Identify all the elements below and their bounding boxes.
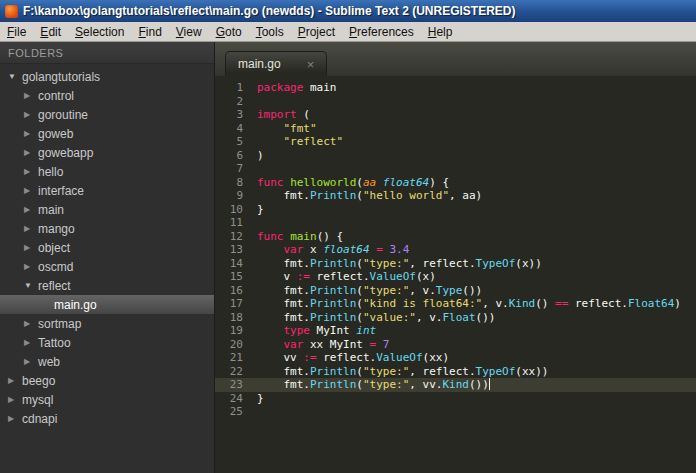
tree-folder-tattoo[interactable]: ▶Tattoo	[0, 333, 214, 352]
chevron-down-icon[interactable]: ▼	[24, 281, 38, 290]
code-line-20[interactable]: 20 var xx MyInt = 7	[215, 338, 696, 352]
window-title: F:\kanbox\golangtutorials\reflect\main.g…	[23, 4, 516, 18]
tree-item-label: goweb	[38, 127, 73, 141]
line-content: fmt.Println("kind is float64:", v.Kind()…	[257, 297, 681, 311]
code-line-8[interactable]: 8func helloworld(aa float64) {	[215, 176, 696, 190]
code-line-9[interactable]: 9 fmt.Println("hello world", aa)	[215, 189, 696, 203]
tree-folder-web[interactable]: ▶web	[0, 352, 214, 371]
code-area[interactable]: 1package main23import (4 "fmt"5 "reflect…	[215, 76, 696, 473]
chevron-right-icon[interactable]: ▶	[8, 414, 22, 423]
tree-folder-cdnapi[interactable]: ▶cdnapi	[0, 409, 214, 428]
menu-item-find[interactable]: Find	[131, 22, 168, 41]
tree-folder-mysql[interactable]: ▶mysql	[0, 390, 214, 409]
tree-folder-object[interactable]: ▶object	[0, 238, 214, 257]
line-number: 22	[215, 365, 257, 379]
chevron-right-icon[interactable]: ▶	[24, 148, 38, 157]
chevron-right-icon[interactable]: ▶	[8, 395, 22, 404]
chevron-right-icon[interactable]: ▶	[24, 243, 38, 252]
line-number: 21	[215, 351, 257, 365]
chevron-right-icon[interactable]: ▶	[24, 186, 38, 195]
code-line-24[interactable]: 24}	[215, 392, 696, 406]
line-number: 9	[215, 189, 257, 203]
code-line-23[interactable]: 23 fmt.Println("type:", vv.Kind())	[215, 378, 696, 392]
code-line-16[interactable]: 16 fmt.Println("type:", v.Type())	[215, 284, 696, 298]
code-line-3[interactable]: 3import (	[215, 108, 696, 122]
tree-item-label: golangtutorials	[22, 70, 100, 84]
line-number: 14	[215, 257, 257, 271]
code-line-7[interactable]: 7	[215, 162, 696, 176]
tab-close-icon[interactable]: ×	[307, 58, 315, 71]
chevron-right-icon[interactable]: ▶	[24, 110, 38, 119]
line-number: 2	[215, 95, 257, 109]
line-content: fmt.Println("value:", v.Float())	[257, 311, 495, 325]
line-number: 11	[215, 216, 257, 230]
line-content: "reflect"	[257, 135, 343, 149]
tree-folder-oscmd[interactable]: ▶oscmd	[0, 257, 214, 276]
tree-item-label: main.go	[54, 298, 97, 312]
chevron-right-icon[interactable]: ▶	[24, 91, 38, 100]
chevron-right-icon[interactable]: ▶	[24, 224, 38, 233]
code-line-10[interactable]: 10}	[215, 203, 696, 217]
tree-folder-beego[interactable]: ▶beego	[0, 371, 214, 390]
code-line-2[interactable]: 2	[215, 95, 696, 109]
chevron-right-icon[interactable]: ▶	[24, 262, 38, 271]
code-line-17[interactable]: 17 fmt.Println("kind is float64:", v.Kin…	[215, 297, 696, 311]
menu-item-edit[interactable]: Edit	[33, 22, 68, 41]
chevron-right-icon[interactable]: ▶	[24, 205, 38, 214]
code-line-19[interactable]: 19 type MyInt int	[215, 324, 696, 338]
tree-folder-gowebapp[interactable]: ▶gowebapp	[0, 143, 214, 162]
line-content: var xx MyInt = 7	[257, 338, 389, 352]
code-line-6[interactable]: 6)	[215, 149, 696, 163]
tree-folder-golangtutorials[interactable]: ▼golangtutorials	[0, 67, 214, 86]
code-line-25[interactable]: 25	[215, 405, 696, 419]
tree-folder-interface[interactable]: ▶interface	[0, 181, 214, 200]
tab-main.go[interactable]: main.go×	[225, 51, 327, 76]
menu-item-selection[interactable]: Selection	[68, 22, 131, 41]
code-line-4[interactable]: 4 "fmt"	[215, 122, 696, 136]
menu-item-goto[interactable]: Goto	[209, 22, 249, 41]
menu-item-project[interactable]: Project	[291, 22, 342, 41]
chevron-right-icon[interactable]: ▶	[24, 167, 38, 176]
code-line-22[interactable]: 22 fmt.Println("type:", reflect.TypeOf(x…	[215, 365, 696, 379]
line-content: type MyInt int	[257, 324, 376, 338]
chevron-right-icon[interactable]: ▶	[24, 338, 38, 347]
chevron-right-icon[interactable]: ▶	[8, 376, 22, 385]
menu-item-file[interactable]: File	[0, 22, 33, 41]
code-line-13[interactable]: 13 var x float64 = 3.4	[215, 243, 696, 257]
menu-item-preferences[interactable]: Preferences	[342, 22, 421, 41]
line-number: 15	[215, 270, 257, 284]
tree-folder-mango[interactable]: ▶mango	[0, 219, 214, 238]
line-content: vv := reflect.ValueOf(xx)	[257, 351, 449, 365]
line-content: fmt.Println("type:", reflect.TypeOf(xx))	[257, 365, 548, 379]
menu-item-tools[interactable]: Tools	[249, 22, 291, 41]
tree-folder-main[interactable]: ▶main	[0, 200, 214, 219]
tree-folder-reflect[interactable]: ▼reflect	[0, 276, 214, 295]
app-icon[interactable]	[5, 5, 18, 18]
tree-folder-goroutine[interactable]: ▶goroutine	[0, 105, 214, 124]
tree-item-label: main	[38, 203, 64, 217]
tree-file-main.go[interactable]: main.go	[0, 295, 214, 314]
chevron-right-icon[interactable]: ▶	[24, 129, 38, 138]
tree-item-label: beego	[22, 374, 55, 388]
code-line-1[interactable]: 1package main	[215, 81, 696, 95]
menu-item-help[interactable]: Help	[421, 22, 460, 41]
code-line-18[interactable]: 18 fmt.Println("value:", v.Float())	[215, 311, 696, 325]
menu-item-view[interactable]: View	[169, 22, 209, 41]
code-line-11[interactable]: 11	[215, 216, 696, 230]
tree-folder-hello[interactable]: ▶hello	[0, 162, 214, 181]
code-line-12[interactable]: 12func main() {	[215, 230, 696, 244]
line-content: "fmt"	[257, 122, 317, 136]
code-line-15[interactable]: 15 v := reflect.ValueOf(x)	[215, 270, 696, 284]
line-number: 8	[215, 176, 257, 190]
chevron-right-icon[interactable]: ▶	[24, 319, 38, 328]
chevron-down-icon[interactable]: ▼	[8, 72, 22, 81]
tree-folder-goweb[interactable]: ▶goweb	[0, 124, 214, 143]
chevron-right-icon[interactable]: ▶	[24, 357, 38, 366]
line-number: 3	[215, 108, 257, 122]
tree-item-label: reflect	[38, 279, 71, 293]
code-line-21[interactable]: 21 vv := reflect.ValueOf(xx)	[215, 351, 696, 365]
tree-folder-control[interactable]: ▶control	[0, 86, 214, 105]
tree-folder-sortmap[interactable]: ▶sortmap	[0, 314, 214, 333]
code-line-14[interactable]: 14 fmt.Println("type:", reflect.TypeOf(x…	[215, 257, 696, 271]
code-line-5[interactable]: 5 "reflect"	[215, 135, 696, 149]
